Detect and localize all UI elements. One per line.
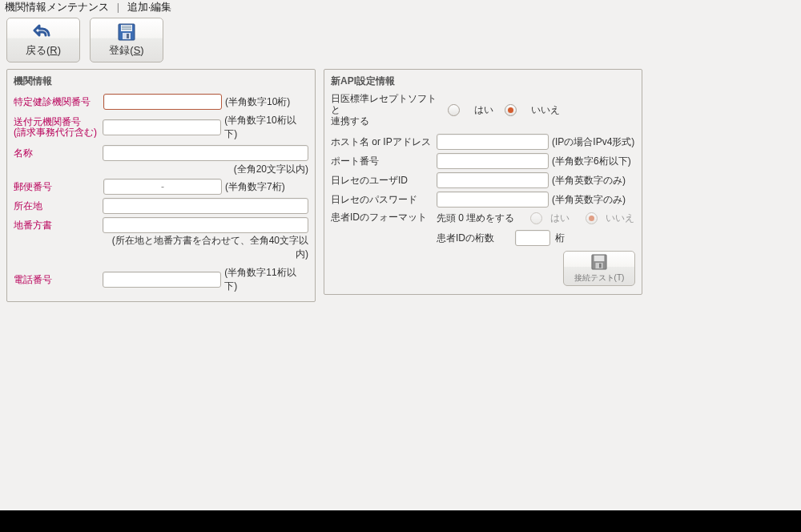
name-label: 名称 — [14, 147, 103, 159]
tel-input[interactable] — [103, 272, 221, 288]
zip-hint: (半角数字7桁) — [225, 180, 285, 194]
name-input[interactable] — [103, 145, 308, 161]
user-label: 日レセのユーザID — [331, 175, 437, 186]
title-separator: | — [117, 1, 119, 13]
back-button[interactable]: 戻る(R) — [6, 18, 80, 62]
tel-hint: (半角数字11桁以下) — [224, 266, 308, 293]
svg-rect-2 — [122, 26, 131, 26]
inst-no-label: 特定健診機関番号 — [14, 96, 103, 107]
sender-no-input[interactable] — [103, 119, 221, 135]
pid-len-label: 患者IDの桁数 — [437, 232, 494, 245]
addr-input[interactable] — [103, 198, 308, 214]
pid-yes-radio[interactable] — [530, 212, 542, 224]
save-button-label: 登録(S) — [109, 43, 143, 58]
user-hint: (半角英数字のみ) — [552, 174, 626, 187]
pass-hint: (半角英数字のみ) — [552, 193, 626, 207]
inst-no-hint: (半角数字10桁) — [225, 95, 290, 109]
link-yes-label: はい — [474, 103, 493, 117]
app-window: 機関情報メンテナンス | 追加·編集 戻る(R) — [0, 0, 801, 510]
host-input[interactable] — [437, 134, 549, 150]
link-label: 日医標準レセプトソフトと 連携する — [331, 93, 437, 127]
addr-label: 所在地 — [14, 200, 103, 212]
floppy-disk-icon — [591, 254, 607, 272]
toolbar: 戻る(R) 登録(S) — [0, 14, 801, 66]
pid-len-input[interactable] — [515, 230, 550, 246]
zip-input[interactable] — [103, 179, 222, 195]
port-label: ポート番号 — [331, 155, 437, 167]
user-input[interactable] — [437, 172, 549, 188]
inst-no-input[interactable] — [103, 94, 222, 110]
sender-no-hint: (半角数字10桁以下) — [224, 114, 308, 141]
undo-arrow-icon — [33, 22, 54, 42]
port-input[interactable] — [437, 153, 549, 169]
connection-test-button[interactable]: 接続テスト(T) — [563, 251, 635, 286]
svg-rect-10 — [599, 263, 602, 267]
pid-yes-label: はい — [550, 212, 570, 225]
name-hint: (全角20文字以内) — [14, 162, 308, 178]
institution-info-panel: 機関情報 特定健診機関番号 (半角数字10桁) 送付元機関番号 (請求事務代行含… — [6, 69, 316, 302]
api-panel-title: 新API設定情報 — [331, 75, 635, 88]
title-bar: 機関情報メンテナンス | 追加·編集 — [0, 0, 801, 14]
pass-label: 日レセのパスワード — [331, 194, 437, 205]
back-button-label: 戻る(R) — [26, 43, 61, 58]
svg-rect-8 — [594, 255, 605, 260]
zip-label: 郵便番号 — [14, 181, 103, 192]
svg-rect-4 — [122, 29, 131, 30]
chiban-input[interactable] — [103, 217, 308, 233]
api-settings-panel: 新API設定情報 日医標準レセプトソフトと 連携する はい いいえ ホスト名 o… — [324, 69, 642, 295]
link-no-radio[interactable] — [505, 104, 517, 116]
tel-label: 電話番号 — [14, 274, 103, 285]
svg-rect-6 — [127, 34, 129, 38]
pid-format-label: 患者IDのフォーマット — [331, 212, 437, 223]
connection-test-label: 接続テスト(T) — [574, 272, 625, 284]
pid-no-label: いいえ — [606, 212, 634, 225]
chiban-label: 地番方書 — [14, 220, 103, 231]
institution-panel-title: 機関情報 — [14, 75, 308, 88]
floppy-disk-icon — [116, 22, 137, 42]
link-no-label: いいえ — [531, 103, 560, 117]
sender-no-label: 送付元機関番号 (請求事務代行含む) — [14, 117, 103, 138]
pid-no-radio[interactable] — [586, 212, 598, 224]
title-sub: 追加·編集 — [127, 1, 172, 13]
save-button[interactable]: 登録(S) — [90, 18, 163, 62]
pid-len-unit: 桁 — [555, 232, 565, 245]
pid-pad-label: 先頭 0 埋めをする — [437, 212, 514, 225]
host-label: ホスト名 or IPアドレス — [331, 136, 437, 147]
addr-hint: (所在地と地番方書を合わせて、全角40文字以内) — [14, 234, 308, 266]
link-yes-radio[interactable] — [448, 104, 460, 116]
pass-input[interactable] — [437, 191, 549, 208]
title-main: 機関情報メンテナンス — [5, 1, 109, 13]
host-hint: (IPの場合IPv4形式) — [552, 135, 634, 149]
svg-rect-3 — [122, 27, 131, 28]
port-hint: (半角数字6桁以下) — [552, 155, 631, 168]
